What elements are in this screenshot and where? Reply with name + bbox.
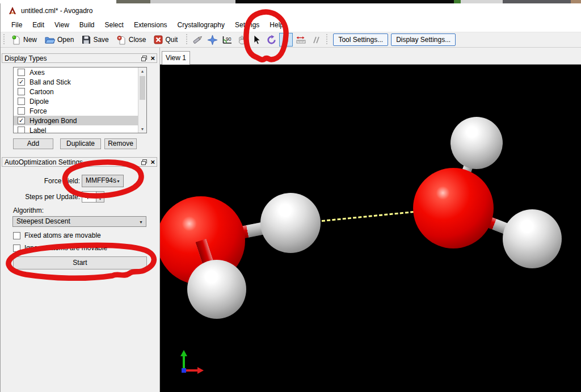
sidebar: Display Types × Axes✓Ball and StickCarto… — [1, 48, 159, 392]
menu-extensions[interactable]: Extensions — [129, 19, 172, 31]
display-type-checkbox[interactable] — [18, 69, 25, 76]
display-types-scrollbar[interactable]: ▲ ▼ — [138, 68, 146, 133]
title-bar: untitled.cml* - Avogadro — [1, 3, 581, 18]
display-type-label: Force — [30, 107, 146, 115]
toolbar-grip[interactable] — [2, 34, 6, 45]
display-type-label: Axes — [30, 69, 137, 77]
navigate-tool[interactable] — [205, 33, 219, 47]
toolbar-grip[interactable] — [185, 34, 188, 45]
display-type-label: Hydrogen Bond — [30, 117, 137, 125]
close-panel-icon[interactable]: × — [150, 54, 155, 62]
algorithm-dropdown[interactable]: Steepest Descent ▼ — [12, 216, 146, 227]
display-type-label: Cartoon — [30, 88, 137, 96]
float-panel-icon[interactable] — [141, 56, 147, 61]
display-type-checkbox[interactable] — [18, 127, 25, 133]
scroll-down-icon[interactable]: ▼ — [138, 125, 146, 133]
axis-y-arrowhead — [180, 350, 187, 356]
ignored-atoms-checkbox-row[interactable]: Ignored atoms are movable — [13, 244, 107, 252]
display-settings-button[interactable]: Display Settings... — [391, 33, 456, 46]
atom-h[interactable] — [451, 117, 503, 169]
autoopt-panel-title: AutoOptimization Settings — [5, 158, 83, 166]
tab-view-1[interactable]: View 1 — [162, 51, 190, 65]
close-button[interactable]: Close — [113, 33, 150, 47]
auto-optimize-tool[interactable]: E — [279, 33, 293, 47]
spin-up-icon[interactable]: ▲ — [96, 192, 104, 197]
display-type-checkbox[interactable] — [18, 98, 25, 105]
display-type-row[interactable]: ✓Hydrogen Bond — [14, 116, 146, 125]
navigate-tool-icon — [207, 35, 218, 45]
display-type-checkbox[interactable] — [18, 107, 25, 115]
new-document-icon — [11, 35, 21, 45]
scroll-up-icon[interactable]: ▲ — [138, 68, 146, 75]
menu-edit[interactable]: Edit — [27, 19, 49, 31]
atom-o[interactable] — [413, 168, 494, 248]
fixed-atoms-checkbox[interactable] — [13, 232, 20, 239]
new-button[interactable]: New — [7, 33, 41, 47]
menu-bar: FileEditViewBuildSelectExtensionsCrystal… — [1, 18, 581, 32]
display-type-label: Dipole — [30, 98, 137, 106]
display-type-row[interactable]: Dipole — [14, 96, 146, 106]
remove-button[interactable]: Remove — [104, 138, 137, 149]
display-type-checkbox[interactable]: ✓ — [18, 117, 25, 124]
algorithm-label: Algorithm: — [13, 206, 44, 214]
ignored-atoms-checkbox[interactable] — [13, 245, 20, 252]
bond-centric-tool[interactable] — [235, 33, 249, 47]
menu-build[interactable]: Build — [74, 19, 100, 31]
tool-settings-button[interactable]: Tool Settings... — [333, 33, 388, 46]
float-panel-icon[interactable] — [141, 159, 147, 165]
menu-select[interactable]: Select — [100, 19, 129, 31]
auto-rotate-tool[interactable] — [264, 33, 278, 47]
window-title: untitled.cml* - Avogadro — [21, 7, 93, 15]
quit-icon — [154, 35, 163, 44]
hydrogen-bond-dashed-line — [322, 211, 414, 222]
chevron-down-icon: ▼ — [139, 220, 143, 224]
scrollbar-thumb[interactable] — [140, 76, 145, 100]
atom-h[interactable] — [503, 209, 562, 268]
toolbar-grip[interactable] — [325, 34, 329, 45]
display-type-row[interactable]: Label — [14, 125, 146, 133]
display-type-row[interactable]: Cartoon — [14, 87, 146, 96]
add-button[interactable]: Add — [13, 138, 53, 149]
open-button[interactable]: Open — [41, 33, 78, 46]
zmatrix-tool[interactable] — [309, 33, 322, 47]
atom-h[interactable] — [260, 193, 321, 253]
close-panel-icon[interactable]: × — [150, 158, 155, 166]
display-type-row[interactable]: ✓Ball and Stick — [14, 77, 146, 87]
draw-pencil-tool[interactable] — [191, 33, 204, 47]
start-button[interactable]: Start — [13, 256, 147, 269]
quit-button[interactable]: Quit — [150, 33, 182, 46]
display-types-list[interactable]: Axes✓Ball and StickCartoonDipoleForce✓Hy… — [13, 67, 147, 133]
menu-settings[interactable]: Settings — [230, 19, 264, 31]
display-type-checkbox[interactable] — [18, 88, 25, 95]
auto-rotate-tool-icon — [266, 35, 277, 45]
display-types-panel-titlebar[interactable]: Display Types × — [2, 53, 157, 63]
menu-help[interactable]: Help — [264, 19, 289, 31]
selection-tool-icon — [252, 35, 261, 45]
force-field-dropdown[interactable]: MMFF94s ▼ — [82, 175, 124, 187]
measure-tool[interactable]: 90 — [220, 33, 234, 47]
steps-per-update-stepper[interactable]: 4 ▲ ▼ — [82, 191, 104, 203]
steps-per-update-label: Steps per Update: — [1, 193, 80, 201]
selection-tool[interactable] — [250, 33, 263, 47]
zmatrix-tool-icon — [311, 36, 320, 44]
display-type-checkbox[interactable]: ✓ — [18, 78, 25, 86]
display-type-row[interactable]: Force — [14, 106, 146, 116]
auto-optimize-tool-icon: E — [284, 36, 288, 44]
display-type-row[interactable]: Axes — [14, 68, 146, 77]
align-tool[interactable] — [294, 33, 308, 47]
measure-tool-icon: 90 — [221, 35, 233, 45]
autoopt-panel-titlebar[interactable]: AutoOptimization Settings × — [2, 157, 157, 167]
menu-crystallography[interactable]: Crystallography — [172, 19, 230, 31]
menu-view[interactable]: View — [49, 19, 74, 31]
menu-file[interactable]: File — [6, 19, 27, 31]
save-button[interactable]: Save — [78, 33, 112, 46]
duplicate-button[interactable]: Duplicate — [60, 138, 101, 149]
chevron-down-icon: ▼ — [116, 179, 120, 183]
open-folder-icon — [45, 35, 55, 44]
spin-down-icon[interactable]: ▼ — [96, 197, 104, 202]
close-document-icon — [117, 35, 127, 45]
toolbar: New Open Save Close Quit 90 — [1, 32, 581, 48]
viewport-canvas[interactable] — [160, 65, 581, 392]
fixed-atoms-checkbox-row[interactable]: Fixed atoms are movable — [13, 231, 101, 239]
atom-h[interactable] — [187, 260, 246, 319]
